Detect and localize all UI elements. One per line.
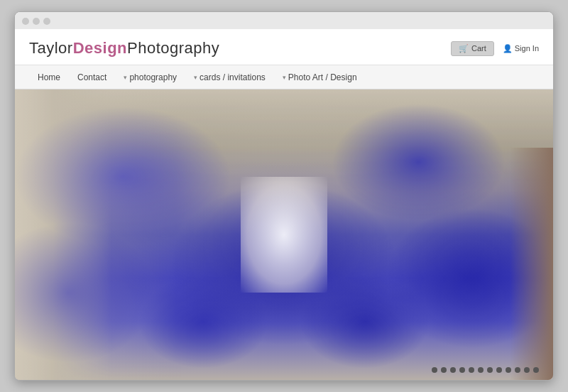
- bride-dress: [241, 177, 327, 293]
- hero-area: [15, 89, 553, 380]
- slide-dot-5[interactable]: [469, 367, 474, 373]
- slide-dot-9[interactable]: [506, 367, 511, 373]
- slide-dot-1[interactable]: [432, 367, 437, 373]
- dropdown-arrow-photoart: ▾: [283, 74, 286, 81]
- slide-dot-2[interactable]: [441, 367, 447, 373]
- slide-dot-8[interactable]: [496, 367, 502, 373]
- slide-dot-4[interactable]: [459, 367, 465, 373]
- nav-photography[interactable]: ▾ photography: [115, 67, 185, 88]
- sign-in-label: Sign In: [515, 44, 539, 53]
- nav-home[interactable]: Home: [29, 67, 69, 88]
- stair-right: [510, 148, 553, 380]
- photo-background: [15, 89, 553, 380]
- site-logo: TaylorDesignPhotography: [29, 39, 219, 58]
- slide-dot-7[interactable]: [487, 367, 493, 373]
- close-button[interactable]: [22, 18, 29, 25]
- logo-design: Design: [73, 39, 127, 57]
- hero-image: [15, 89, 553, 380]
- slide-dot-3[interactable]: [450, 367, 456, 373]
- nav-cards-invitations[interactable]: ▾ cards / invitations: [185, 67, 274, 88]
- browser-content: TaylorDesignPhotography 🛒 Cart 👤 Sign In…: [15, 29, 553, 380]
- logo-taylor: Taylor: [29, 39, 73, 57]
- minimize-button[interactable]: [33, 18, 40, 25]
- slide-indicators: [432, 367, 539, 373]
- dropdown-arrow-photography: ▾: [124, 74, 127, 81]
- browser-chrome: [15, 12, 553, 29]
- header-actions: 🛒 Cart 👤 Sign In: [451, 41, 539, 56]
- sign-in-button[interactable]: 👤 Sign In: [503, 44, 539, 53]
- maximize-button[interactable]: [43, 18, 50, 25]
- slide-dot-11[interactable]: [524, 367, 530, 373]
- browser-window: TaylorDesignPhotography 🛒 Cart 👤 Sign In…: [14, 11, 554, 381]
- stair-left: [15, 89, 111, 380]
- nav-contact[interactable]: Contact: [69, 67, 115, 88]
- site-header: TaylorDesignPhotography 🛒 Cart 👤 Sign In: [15, 29, 553, 65]
- site-nav: Home Contact ▾ photography ▾ cards / inv…: [15, 65, 553, 89]
- cart-button[interactable]: 🛒 Cart: [451, 41, 494, 56]
- dropdown-arrow-cards: ▾: [194, 74, 197, 81]
- cart-label: Cart: [471, 44, 486, 53]
- slide-dot-10[interactable]: [515, 367, 520, 373]
- slide-dot-12[interactable]: [533, 367, 539, 373]
- user-icon: 👤: [503, 44, 513, 53]
- cart-icon: 🛒: [459, 44, 469, 53]
- window-controls: [22, 18, 546, 25]
- logo-photography: Photography: [127, 39, 219, 57]
- slide-dot-6[interactable]: [478, 367, 484, 373]
- nav-photo-art-design[interactable]: ▾ Photo Art / Design: [274, 67, 366, 88]
